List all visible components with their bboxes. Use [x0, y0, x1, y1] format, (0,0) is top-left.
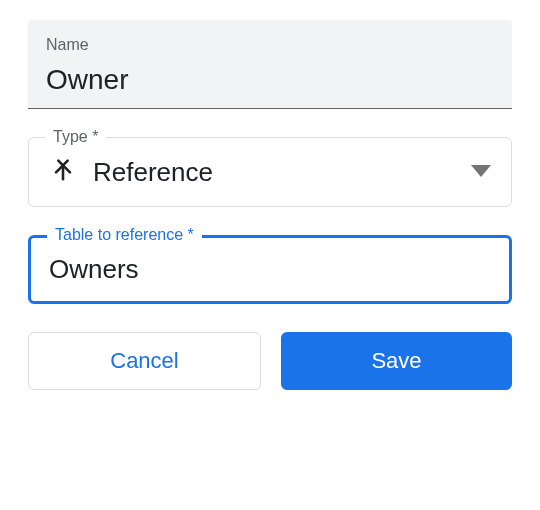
cancel-button[interactable]: Cancel [28, 332, 261, 390]
name-field[interactable]: Name [28, 20, 512, 109]
table-reference-label: Table to reference * [47, 226, 202, 244]
dialog-actions: Cancel Save [28, 332, 512, 390]
table-reference-field[interactable]: Table to reference * [28, 235, 512, 304]
type-value: Reference [93, 157, 213, 188]
svg-marker-0 [471, 165, 491, 177]
merge-icon [49, 156, 77, 188]
table-reference-input[interactable] [49, 254, 491, 285]
name-input[interactable] [46, 64, 494, 96]
save-button[interactable]: Save [281, 332, 512, 390]
type-label: Type * [45, 128, 106, 146]
chevron-down-icon [471, 163, 491, 181]
column-config-dialog: Name Type * Reference Table to re [28, 20, 512, 390]
type-field[interactable]: Type * Reference [28, 137, 512, 207]
name-label: Name [46, 36, 494, 54]
